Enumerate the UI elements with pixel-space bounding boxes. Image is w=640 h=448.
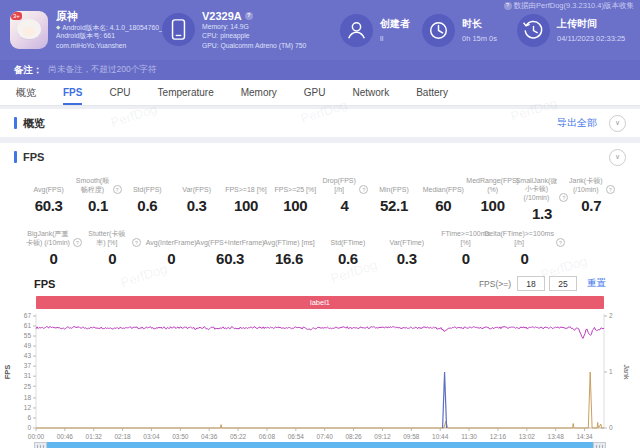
fps-collapse-button[interactable]: ∨ <box>609 149 626 166</box>
fps-section: FPS ∨ Avg(FPS)60.3Smooth(顺畅程度)?0.1Std(FP… <box>0 143 640 448</box>
app-info: 3+ 原神 ◆Android版本名: 4.1.0_18054760_181...… <box>10 10 162 50</box>
stat-std_ftime: Std(FTime)0.6 <box>318 230 377 267</box>
fps-line-chart[interactable]: 061218253137434955616701200:0000:4601:32… <box>0 310 640 442</box>
tab-battery[interactable]: Battery <box>416 80 448 105</box>
info-icon[interactable]: ? <box>359 185 368 194</box>
scrollbar-left-handle[interactable] <box>34 442 47 448</box>
tab-memory[interactable]: Memory <box>241 80 277 105</box>
svg-text:08:26: 08:26 <box>345 433 362 440</box>
y-axis-ticks-left: 0612182531374349556167 <box>24 312 36 431</box>
stat-value: 0.3 <box>172 197 221 214</box>
svg-text:31: 31 <box>24 373 32 380</box>
fps-stats-row-2: BigJank(严重卡顿) (/10min)?0Stutter(卡顿率) [%]… <box>0 222 640 267</box>
creator-info: 创建者 ll <box>340 14 422 47</box>
stat-label: Avg(FPS+InterFrame) <box>201 230 260 247</box>
stat-std_fps: Std(FPS)0.6 <box>123 177 172 222</box>
stat-smalljank: SmallJank(微小卡顿) (/10min)?1.3 <box>517 177 566 222</box>
chart-title: FPS <box>34 278 55 290</box>
stat-value: 100 <box>468 197 517 214</box>
fps-threshold-input-1[interactable] <box>517 276 545 291</box>
jank-series-line[interactable] <box>36 372 604 428</box>
stat-label: Avg(FPS) <box>24 177 73 194</box>
tab-fps[interactable]: FPS <box>63 80 82 105</box>
tab-cpu[interactable]: CPU <box>109 80 130 105</box>
duration-info: 时长 0h 15m 0s <box>422 14 517 47</box>
stat-value: 0.6 <box>123 197 172 214</box>
info-icon[interactable]: ? <box>556 238 565 247</box>
duration-value: 0h 15m 0s <box>462 34 497 43</box>
overview-title: 概览 <box>23 116 45 131</box>
svg-text:11:30: 11:30 <box>461 433 477 440</box>
stat-value: 0.7 <box>567 197 616 214</box>
scrollbar-right-handle[interactable] <box>593 442 606 448</box>
stat-min_fps: Min(FPS)52.1 <box>369 177 418 222</box>
creator-label: 创建者 <box>380 17 410 31</box>
stat-label: Std(FTime) <box>318 230 377 247</box>
export-all-link[interactable]: 导出全部 <box>557 116 597 130</box>
section-accent <box>14 151 17 163</box>
tab-overview[interactable]: 概览 <box>16 80 36 105</box>
stat-label: Avg(FTime) [ms] <box>260 230 319 247</box>
svg-text:00:46: 00:46 <box>57 433 74 440</box>
notice-bar[interactable]: 备注： 尚未备注，不超过200个字符 <box>0 60 640 80</box>
stat-label: Jank(卡顿) (/10min)? <box>567 177 616 194</box>
svg-text:0: 0 <box>27 424 31 431</box>
svg-text:0: 0 <box>609 424 613 431</box>
stat-label: MedRange(FPS)(%) <box>468 177 517 194</box>
stat-label: Var(FTime) <box>377 230 436 247</box>
info-icon[interactable]: ? <box>73 238 82 247</box>
stat-var_ftime: Var(FTime)0.3 <box>377 230 436 267</box>
upload-value: 04/11/2023 02:33:25 <box>557 34 625 43</box>
device-info: V2329A? Memory: 14.9G CPU: pineapple GPU… <box>162 10 340 50</box>
stat-value: 0 <box>495 250 554 267</box>
stat-delta_ftime: Delta(FTime)>=100ms [/h]?0 <box>495 230 554 267</box>
duration-label: 时长 <box>462 17 497 31</box>
stat-label: Var(FPS) <box>172 177 221 194</box>
overview-collapse-button[interactable]: ∨ <box>609 115 626 132</box>
info-icon[interactable]: ? <box>606 185 615 194</box>
tab-temperature[interactable]: Temperature <box>158 80 214 105</box>
info-icon[interactable]: ? <box>132 238 141 247</box>
tab-gpu[interactable]: GPU <box>304 80 326 105</box>
x-axis-ticks: 00:0000:4601:3202:1803:0403:5004:3605:22… <box>28 428 593 440</box>
tab-network[interactable]: Network <box>353 80 390 105</box>
stat-stutter: Stutter(卡顿率) [%]?0 <box>83 230 142 267</box>
stat-label: Avg(InterFrame) <box>142 230 201 247</box>
stat-label: Min(FPS) <box>369 177 418 194</box>
jank-spike[interactable] <box>443 372 447 428</box>
svg-text:25: 25 <box>24 383 32 390</box>
clock-icon <box>422 14 455 47</box>
svg-text:02:18: 02:18 <box>114 433 131 440</box>
label-band[interactable]: label1 <box>36 296 604 309</box>
chart-scrollbar[interactable] <box>34 442 606 448</box>
stat-label: Delta(FTime)>=100ms [/h]? <box>495 230 554 247</box>
svg-text:13:02: 13:02 <box>519 433 536 440</box>
svg-text:2: 2 <box>609 312 613 319</box>
svg-text:13:48: 13:48 <box>548 433 565 440</box>
svg-text:06:08: 06:08 <box>259 433 276 440</box>
svg-text:04:36: 04:36 <box>201 433 218 440</box>
svg-text:06:54: 06:54 <box>288 433 305 440</box>
svg-text:09:58: 09:58 <box>403 433 420 440</box>
device-info-icon[interactable]: ? <box>245 12 253 20</box>
phone-icon <box>162 13 195 46</box>
creator-value: ll <box>380 34 410 43</box>
stat-label: Std(FPS) <box>123 177 172 194</box>
notice-placeholder: 尚未备注，不超过200个字符 <box>49 64 157 76</box>
perfdog-report-page: ? 数据由PerfDog(9.3.2310.4)版本收集 3+ 原神 ◆Andr… <box>0 0 640 448</box>
info-icon[interactable]: ? <box>113 185 122 194</box>
svg-text:1: 1 <box>609 368 613 375</box>
person-icon <box>340 14 373 47</box>
reset-link[interactable]: 重置 <box>587 277 606 290</box>
stat-label: FPS>=18 [%] <box>221 177 270 194</box>
svg-text:01:32: 01:32 <box>86 433 103 440</box>
stat-avg_interframe: Avg(InterFrame)0 <box>142 230 201 267</box>
device-gpu: GPU: Qualcomm Adreno (TM) 750 <box>202 41 306 50</box>
fps-threshold-input-2[interactable] <box>549 276 577 291</box>
svg-text:10:44: 10:44 <box>432 433 449 440</box>
svg-text:12: 12 <box>24 404 32 411</box>
stat-var_fps: Var(FPS)0.3 <box>172 177 221 222</box>
stat-value: 0.3 <box>377 250 436 267</box>
fps-series-line[interactable] <box>36 327 604 339</box>
stat-value: 100 <box>221 197 270 214</box>
